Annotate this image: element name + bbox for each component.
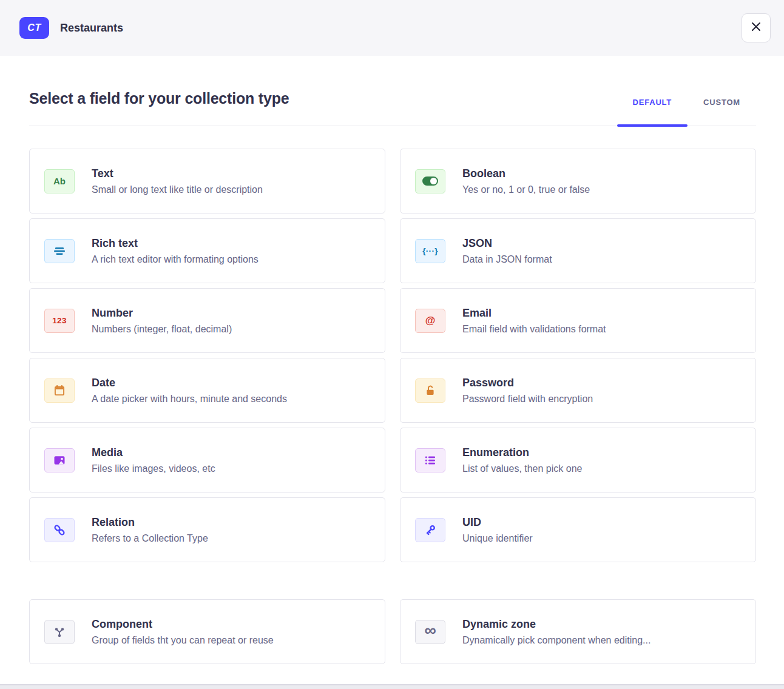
field-card-component[interactable]: Component Group of fields tht you can re… [29,599,385,664]
field-card-number[interactable]: 123 Number Numbers (integer, float, deci… [29,288,385,353]
123-icon-text: 123 [52,316,66,325]
align-center-icon [44,239,75,263]
infinity-glyph: ∞ [424,624,436,636]
123-icon: 123 [44,309,75,333]
tabs: DEFAULT CUSTOM [617,87,756,126]
ab-icon-text: Ab [53,176,66,186]
field-description: Data in JSON format [462,254,552,265]
collection-type-badge: CT [19,17,49,39]
field-card-enumeration[interactable]: Enumeration List of values, then pick on… [400,428,756,492]
field-card-date[interactable]: Date A date picker with hours, minute an… [29,358,385,423]
field-title: UID [462,516,533,529]
calendar-icon [44,378,75,403]
json-braces-text: {···} [422,246,438,255]
modal-footer-edge [0,684,784,689]
field-card-media[interactable]: Media Files like images, videos, etc [29,428,385,492]
field-card-email[interactable]: @ Email Email field with validations for… [400,288,756,353]
tab-custom[interactable]: CUSTOM [688,87,756,126]
title-row: Select a field for your collection type … [29,56,756,126]
field-description: Numbers (integer, float, decimal) [92,324,232,335]
field-title: Component [92,618,274,631]
json-braces-icon: {···} [415,239,445,263]
page-title: Select a field for your collection type [29,90,289,107]
field-card-boolean[interactable]: Boolean Yes or no, 1 or 0, true or false [400,149,756,213]
link-icon [44,518,75,542]
at-icon-text: @ [425,315,436,327]
field-title: Number [92,307,232,320]
field-title: Rich text [92,237,259,250]
nodes-icon [44,620,75,644]
field-card-uid[interactable]: UID Unique identifier [400,497,756,562]
field-description: A date picker with hours, minute and sec… [92,394,287,405]
collection-title: Restaurants [60,22,123,35]
field-title: Password [462,377,593,389]
tab-default[interactable]: DEFAULT [617,87,688,126]
advanced-fields-grid: Component Group of fields tht you can re… [29,599,756,664]
field-title: Date [92,377,287,389]
default-fields-grid: Ab Text Small or long text like title or… [29,149,756,562]
field-description: Small or long text like title or descrip… [92,184,263,195]
field-title: Enumeration [462,446,582,459]
field-title: Media [92,446,215,459]
field-title: Email [462,307,606,320]
field-description: Refers to a Collection Type [92,533,208,544]
field-description: Dynamically pick component when editing.… [462,635,651,646]
modal-header: CT Restaurants [0,0,784,56]
field-title: Dynamic zone [462,618,651,631]
field-description: Group of fields tht you can repeat or re… [92,635,274,646]
field-card-text[interactable]: Ab Text Small or long text like title or… [29,149,385,213]
field-card-password[interactable]: Password Password field with encryption [400,358,756,423]
bullet-list-icon [415,448,445,472]
field-card-rich-text[interactable]: Rich text A rich text editor with format… [29,218,385,283]
key-icon [415,518,445,542]
field-description: List of values, then pick one [462,463,582,474]
close-button[interactable] [742,13,771,42]
field-title: Text [92,167,263,180]
at-icon: @ [415,309,445,333]
field-description: A rich text editor with formating option… [92,254,259,265]
toggle-icon [415,169,445,193]
field-description: Files like images, videos, etc [92,463,215,474]
field-description: Unique identifier [462,533,533,544]
close-icon [751,21,762,35]
field-card-relation[interactable]: Relation Refers to a Collection Type [29,497,385,562]
picture-icon [44,448,75,472]
field-card-json[interactable]: {···} JSON Data in JSON format [400,218,756,283]
ab-icon: Ab [44,169,75,193]
field-title: Boolean [462,167,590,180]
infinity-icon: ∞ [415,620,445,644]
toggle-knob [422,176,438,186]
field-description: Yes or no, 1 or 0, true or false [462,184,590,195]
field-description: Email field with validations format [462,324,606,335]
field-title: JSON [462,237,552,250]
field-title: Relation [92,516,208,529]
field-description: Password field with encryption [462,394,593,405]
field-card-dynamic-zone[interactable]: ∞ Dynamic zone Dynamically pick componen… [400,599,756,664]
unlock-icon [415,378,445,403]
